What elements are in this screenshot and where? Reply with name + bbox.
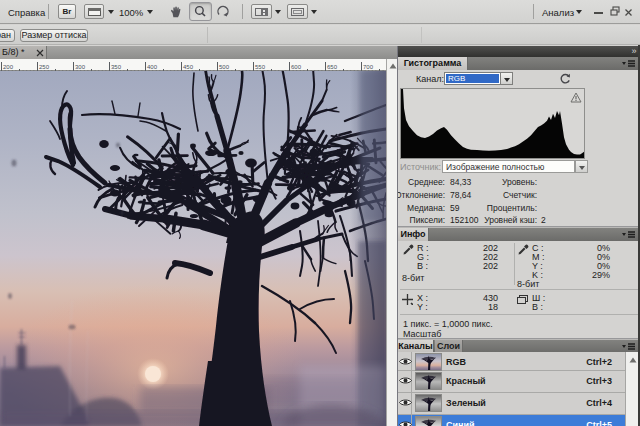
svg-text:500: 500 [219, 64, 230, 70]
svg-text:400: 400 [147, 64, 158, 70]
svg-text:350: 350 [111, 64, 122, 70]
svg-text:450: 450 [183, 64, 194, 70]
svg-text:300: 300 [75, 64, 86, 70]
svg-text:650: 650 [327, 64, 338, 70]
svg-text:250: 250 [39, 64, 50, 70]
svg-text:550: 550 [255, 64, 266, 70]
svg-text:700: 700 [363, 64, 374, 70]
svg-text:600: 600 [291, 64, 302, 70]
svg-text:200: 200 [3, 64, 14, 70]
